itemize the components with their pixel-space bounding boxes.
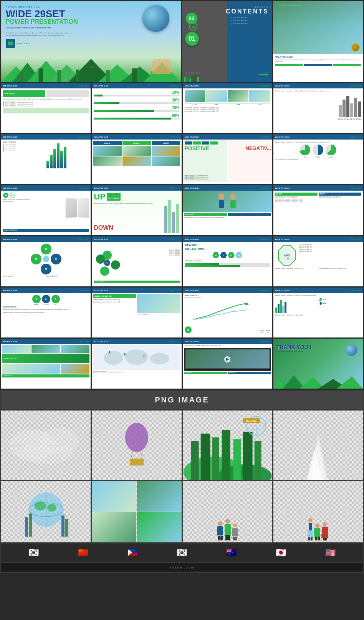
click-text-2: CLICK TO ADD TEXT [232, 20, 270, 22]
slide-3-4[interactable]: ADD A TITLE SLIDE INSERT TEXT Started it… [273, 134, 363, 184]
click-text-3: CLICK TO ADD TEXT [232, 23, 270, 25]
svg-text:ADD: ADD [284, 254, 290, 257]
hero-subtitle: Insert your subtitle or team author to h… [6, 27, 75, 29]
flag-kr2: 🇰🇷 [176, 547, 188, 559]
svg-point-24 [218, 193, 225, 199]
svg-rect-27 [230, 200, 236, 208]
slide-6-2-label: ADD A TITLE SLIDE [94, 289, 108, 291]
slide-5-2[interactable]: ADD A TITLE SLIDE INSERT TEXT 01 [92, 236, 181, 286]
flag-us: 🇺🇸 [324, 547, 336, 559]
svg-marker-44 [283, 375, 305, 389]
slide-5-1-label: ADD A TITLE SLIDE [3, 238, 17, 240]
svg-rect-13 [132, 68, 137, 82]
title-slide-1[interactable]: ▲ ASADAL INTERNET, INC. ADD A TITLE SLID… [273, 1, 363, 82]
svg-marker-72 [308, 434, 328, 480]
num-01: 01 [189, 35, 195, 42]
slide-3-2[interactable]: ADD A TITLE SLIDE INSERT TEXT ASADAL INT… [92, 134, 181, 184]
flag-jp: 🇯🇵 [275, 547, 287, 559]
row-4: ADD A TITLE SLIDE INSERT TEXT 01 02 ASAD… [0, 185, 364, 235]
watermark-contents: asadal.com [186, 71, 200, 74]
svg-rect-12 [106, 70, 110, 82]
slide-2-4[interactable]: ADD A TITLE SLIDE INSERT TEXT Started it… [273, 83, 363, 133]
svg-rect-11 [76, 70, 79, 82]
slide-7-3-label: ADD A TITLE SLIDE [185, 341, 199, 342]
svg-point-31 [99, 266, 110, 276]
png-item-globe-city [1, 481, 91, 542]
footer-text: asadal.com [169, 565, 195, 569]
slide-4-4-label: ADD A TITLE SLIDE [275, 187, 290, 189]
positive-text: POSITIVE [185, 145, 210, 151]
svg-point-42 [150, 353, 169, 364]
flag-ph: 🇵🇭 [126, 547, 139, 559]
png-item-clouds: asadal.com asadal.com [1, 411, 91, 480]
flag-au: 🇦🇺 [225, 547, 238, 559]
hero-slide[interactable]: ASADAL INTERNET, INC. WIDE 29SET POWER P… [1, 1, 181, 82]
svg-rect-20 [164, 206, 167, 233]
slide-7-1-label: ADD A TITLE SLIDE [3, 341, 17, 342]
hero-title-1: WIDE 29SET [6, 9, 78, 19]
negative-text: NEGATIV... [245, 145, 271, 151]
num-03: 03 [189, 16, 194, 21]
slide-6-2[interactable]: ADD A TITLE SLIDE INSERT TEXT ASADAL INT… [92, 288, 181, 337]
slide-2-3[interactable]: ADD A TITLE SLIDE INSERT TEXT CLICK CLIC… [183, 83, 272, 133]
svg-rect-59 [212, 437, 219, 480]
slide-7-3[interactable]: ADD A TITLE SLIDE INSERT TEXT CLICK TO A… [183, 339, 272, 389]
svg-rect-54 [130, 459, 144, 465]
slide-3-4-label: ADD A TITLE SLIDE [275, 136, 290, 138]
slide-2-1[interactable]: ADD A TITLE SLIDE INSERT TEXT ASADAL INT… [1, 83, 91, 133]
slide-3-3[interactable]: ADD A TITLE SLIDE INSERT TEXT POSITIVE N… [183, 134, 272, 184]
row-3: ADD A TITLE SLIDE INSERT TEXT ASADAL INT… [0, 134, 364, 184]
idea-map-title: IDEA MAP [185, 244, 270, 246]
png-item-nature [92, 481, 181, 542]
slide-2-4-label: ADD A TITLE SLIDE [275, 85, 290, 87]
slide-4-2[interactable]: ADD A TITLE SLIDE INSERT TEXT UP CLICK T… [92, 185, 181, 235]
svg-rect-18 [193, 75, 196, 82]
slide-7-2-label: ADD A TITLE SLIDE [94, 341, 108, 342]
insert-logo: INSERT LOGO [17, 42, 30, 45]
thank-you-slide[interactable]: THANK YOU ! Insert your subtitle or team… [273, 339, 363, 389]
png-item-business-people [273, 481, 363, 542]
svg-point-76 [35, 501, 46, 510]
svg-point-41 [125, 349, 148, 365]
svg-point-26 [230, 193, 236, 199]
top-row-grid: ASADAL INTERNET, INC. WIDE 29SET POWER P… [0, 0, 364, 82]
slide-6-4-label: ADD A TITLE SLIDE [275, 289, 290, 291]
slide-6-1[interactable]: ADD A TITLE SLIDE INSERT TEXT 1 ASADAL 2… [1, 288, 91, 337]
slide-6-3[interactable]: ADD A TITLE SLIDE INSERT TEXT ASADAL INT… [183, 288, 272, 337]
svg-rect-23 [176, 204, 179, 233]
svg-rect-80 [61, 515, 65, 537]
svg-point-51 [125, 423, 148, 452]
svg-rect-21 [168, 200, 171, 233]
slide-6-4[interactable]: ADD A TITLE SLIDE INSERT TEXT Started it… [273, 288, 363, 337]
slide-7-2[interactable]: ADD A TITLE SLIDE INSERT TEXT [92, 339, 181, 389]
hero-title-2: POWER PRESENTATION [6, 19, 78, 25]
up-text: UP [94, 193, 106, 201]
slide-4-1[interactable]: ADD A TITLE SLIDE INSERT TEXT 01 02 ASAD… [1, 185, 91, 235]
png-row-2 [1, 481, 363, 542]
svg-rect-16 [187, 76, 189, 82]
slide-4-4[interactable]: ADD A TITLE SLIDE INSERT TEXT ADD TEXT C… [273, 185, 363, 235]
slide-5-4[interactable]: ADD A TITLE SLIDE INSERT TEXT ADD TEXT A… [273, 236, 363, 286]
svg-rect-10 [57, 70, 61, 82]
slide-3-2-label: ADD A TITLE SLIDE [94, 136, 108, 138]
svg-text:01: 01 [106, 262, 109, 264]
slide-4-3[interactable]: ADD A TITLE SLIDE INSERT TEXT [183, 185, 272, 235]
slide-7-1[interactable]: ADD A TITLE SLIDE INSERT TEXT ASADAL INT… [1, 339, 91, 389]
slide-5-3[interactable]: ADD A TITLE SLIDE INSERT TEXT IDEA MAP 1… [183, 236, 272, 286]
slide-5-2-label: ADD A TITLE SLIDE [94, 238, 108, 240]
thank-you-sub: Insert your subtitle or team author to h… [276, 351, 344, 352]
svg-line-53 [141, 451, 142, 459]
svg-line-52 [131, 451, 133, 459]
png-label: PNG IMAGE [1, 391, 363, 409]
svg-rect-60 [222, 430, 230, 480]
png-section: PNG IMAGE asadal.com asadal.com [0, 390, 364, 573]
slide-2-2[interactable]: ADD A TITLE SLIDE INSERT TEXT 10% 30% 70… [92, 83, 181, 133]
watermark-ty: asadal.com [275, 370, 290, 372]
slide-3-1[interactable]: ADD A TITLE SLIDE INSERT TEXT ASADAL INT… [1, 134, 91, 184]
slide-5-1[interactable]: ADD A TITLE SLIDE INSERT TEXT 01 02 03 0… [1, 236, 91, 286]
contents-slide[interactable]: 03 02 01 Contents CONTENTS CLICK TO ADD … [182, 1, 272, 82]
row-5: ADD A TITLE SLIDE INSERT TEXT 01 02 03 0… [0, 236, 364, 286]
png-item-white-shapes [273, 411, 363, 480]
png-row-1: asadal.com asadal.com [1, 411, 363, 480]
svg-rect-63 [254, 441, 261, 480]
